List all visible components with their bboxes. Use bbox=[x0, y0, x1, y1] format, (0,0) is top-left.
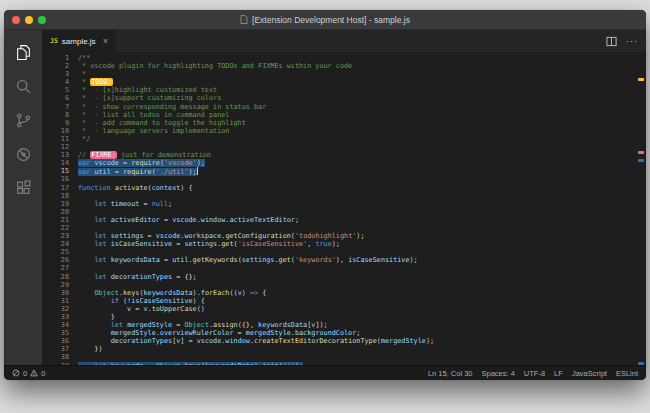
code-line[interactable]: 37 }) bbox=[42, 345, 646, 353]
line-number: 39 bbox=[42, 362, 78, 365]
line-number: 6 bbox=[42, 94, 78, 102]
explorer-icon bbox=[15, 44, 32, 61]
line-number: 15 bbox=[42, 167, 78, 175]
code-line[interactable]: 8 * - list all todos in command panel bbox=[42, 111, 646, 119]
code-line[interactable]: 15var util = require('./util'); bbox=[42, 167, 646, 175]
code-line-text: let settings = vscode.workspace.getConfi… bbox=[78, 232, 646, 240]
line-number: 35 bbox=[42, 329, 78, 337]
code-line[interactable]: 2 * vscode plugin for highlighting TODOs… bbox=[42, 62, 646, 70]
code-line[interactable]: 13// FIXME: just for demonstration bbox=[42, 151, 646, 159]
window-controls bbox=[12, 16, 46, 24]
code-line[interactable]: 29 bbox=[42, 281, 646, 289]
activity-extensions[interactable] bbox=[10, 176, 36, 200]
status-item-language-mode[interactable]: JavaScript bbox=[572, 369, 607, 378]
ruler-mark bbox=[638, 78, 644, 81]
overview-ruler[interactable] bbox=[636, 52, 646, 365]
code-line[interactable]: 25 bbox=[42, 248, 646, 256]
more-actions-button[interactable]: ··· bbox=[626, 37, 638, 46]
code-line[interactable]: 3 * bbox=[42, 70, 646, 78]
code-line[interactable]: 34 let mergedStyle = Object.assign({}, k… bbox=[42, 321, 646, 329]
code-line[interactable]: 9 * - add command to toggle the highligh… bbox=[42, 119, 646, 127]
activity-debug[interactable] bbox=[10, 142, 36, 166]
code-line[interactable]: 30 Object.keys(keywordsData).forEach((v)… bbox=[42, 289, 646, 297]
close-tab-button[interactable]: × bbox=[103, 36, 108, 46]
problems-indicator[interactable]: 0 0 bbox=[12, 369, 45, 378]
line-number: 12 bbox=[42, 143, 78, 151]
line-number: 2 bbox=[42, 62, 78, 70]
code-line[interactable]: 24 let isCaseSensitive = settings.get('i… bbox=[42, 240, 646, 248]
status-item-eol[interactable]: LF bbox=[554, 369, 563, 378]
status-item-indentation[interactable]: Spaces: 4 bbox=[482, 369, 515, 378]
title-bar[interactable]: [Extension Development Host] - sample.js bbox=[4, 10, 646, 30]
code-line[interactable]: 19 let timeout = null; bbox=[42, 200, 646, 208]
code-line[interactable]: 27 bbox=[42, 264, 646, 272]
code-line-text: if (!isCaseSensitive) { bbox=[78, 297, 646, 305]
code-line[interactable]: 39 let keywords = Object.keys(keywordsDa… bbox=[42, 362, 646, 365]
code-line-text: * - add command to toggle the highlight bbox=[78, 119, 646, 127]
code-line-text: let activeEditor = vscode.window.activeT… bbox=[78, 216, 646, 224]
code-line[interactable]: 32 v = v.toUpperCase() bbox=[42, 305, 646, 313]
code-line[interactable]: 23 let settings = vscode.workspace.getCo… bbox=[42, 232, 646, 240]
code-line[interactable]: 4 * TODO: bbox=[42, 78, 646, 86]
code-line-text: * TODO: bbox=[78, 78, 646, 86]
line-number: 38 bbox=[42, 353, 78, 361]
code-line[interactable]: 35 mergedStyle.overviewRulerColor = merg… bbox=[42, 329, 646, 337]
close-window-button[interactable] bbox=[12, 16, 20, 24]
split-editor-button[interactable] bbox=[606, 36, 617, 47]
code-line[interactable]: 21 let activeEditor = vscode.window.acti… bbox=[42, 216, 646, 224]
code-line[interactable]: 17function activate(context) { bbox=[42, 184, 646, 192]
search-icon bbox=[15, 78, 32, 95]
code-line[interactable]: 5 * - [x]highlight customized text bbox=[42, 86, 646, 94]
line-number: 24 bbox=[42, 240, 78, 248]
editor-group: JS sample.js × ··· 1/**2 * vscode plugin… bbox=[42, 30, 646, 365]
code-line[interactable]: 11 */ bbox=[42, 135, 646, 143]
error-icon bbox=[12, 369, 20, 377]
code-line[interactable]: 6 * - [x]support customizing colors bbox=[42, 94, 646, 102]
code-line-text: decorationTypes[v] = vscode.window.creat… bbox=[78, 337, 646, 345]
code-line[interactable]: 38 bbox=[42, 353, 646, 361]
activity-search[interactable] bbox=[10, 74, 36, 98]
code-line[interactable]: 33 } bbox=[42, 313, 646, 321]
code-line[interactable]: 36 decorationTypes[v] = vscode.window.cr… bbox=[42, 337, 646, 345]
tab-bar: JS sample.js × ··· bbox=[42, 30, 646, 52]
code-line[interactable]: 18 bbox=[42, 192, 646, 200]
status-item-eslint-status[interactable]: ESLint bbox=[616, 369, 638, 378]
minimize-window-button[interactable] bbox=[25, 16, 33, 24]
code-line[interactable]: 7 * - show corresponding message in stat… bbox=[42, 103, 646, 111]
debug-icon bbox=[15, 146, 32, 163]
code-line[interactable]: 31 if (!isCaseSensitive) { bbox=[42, 297, 646, 305]
code-line[interactable]: 20 bbox=[42, 208, 646, 216]
status-item-cursor-position[interactable]: Ln 15, Col 30 bbox=[428, 369, 473, 378]
code-editor[interactable]: 1/**2 * vscode plugin for highlighting T… bbox=[42, 52, 646, 365]
code-line[interactable]: 28 let decorationTypes = {}; bbox=[42, 273, 646, 281]
tab-sample-js[interactable]: JS sample.js × bbox=[42, 30, 117, 52]
line-number: 37 bbox=[42, 345, 78, 353]
code-line-text: * - language servers implementation bbox=[78, 127, 646, 135]
code-line[interactable]: 26 let keywordsData = util.getKeywords(s… bbox=[42, 256, 646, 264]
line-number: 14 bbox=[42, 159, 78, 167]
line-number: 32 bbox=[42, 305, 78, 313]
warning-count: 0 bbox=[41, 369, 45, 378]
line-number: 9 bbox=[42, 119, 78, 127]
code-line[interactable]: 12 bbox=[42, 143, 646, 151]
line-number: 17 bbox=[42, 184, 78, 192]
code-line-text: * vscode plugin for highlighting TODOs a… bbox=[78, 62, 646, 70]
activity-source-control[interactable] bbox=[10, 108, 36, 132]
vscode-window: [Extension Development Host] - sample.js bbox=[4, 10, 646, 380]
code-line[interactable]: 16 bbox=[42, 175, 646, 183]
code-line-text: * - list all todos in command panel bbox=[78, 111, 646, 119]
code-line-text: var util = require('./util'); bbox=[78, 167, 646, 175]
line-number: 16 bbox=[42, 175, 78, 183]
code-line-text bbox=[78, 208, 646, 216]
code-line[interactable]: 1/** bbox=[42, 54, 646, 62]
code-line[interactable]: 22 bbox=[42, 224, 646, 232]
line-number: 5 bbox=[42, 86, 78, 94]
activity-explorer[interactable] bbox=[10, 40, 36, 64]
code-line-text: Object.keys(keywordsData).forEach((v) =>… bbox=[78, 289, 646, 297]
status-item-encoding[interactable]: UTF-8 bbox=[524, 369, 545, 378]
code-line[interactable]: 10 * - language servers implementation bbox=[42, 127, 646, 135]
line-number: 28 bbox=[42, 273, 78, 281]
code-line[interactable]: 14var vscode = require('vscode'); bbox=[42, 159, 646, 167]
line-number: 29 bbox=[42, 281, 78, 289]
zoom-window-button[interactable] bbox=[38, 16, 46, 24]
